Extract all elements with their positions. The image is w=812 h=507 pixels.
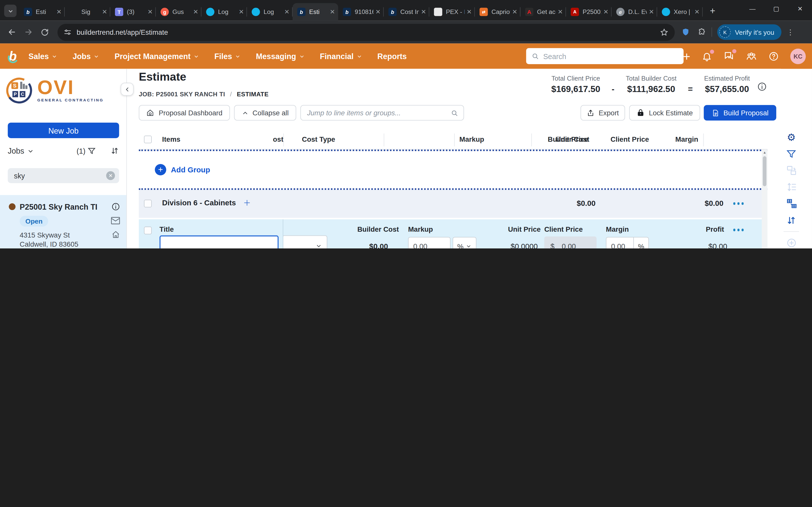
add-group-row[interactable]: + Add Group xyxy=(139,150,768,190)
profile-verify-button[interactable]: K Verify it's you xyxy=(717,24,781,40)
markup-input[interactable]: 0.00 xyxy=(408,237,450,248)
messages-icon[interactable] xyxy=(723,51,734,62)
tab-close-icon[interactable]: ✕ xyxy=(603,8,608,16)
nav-menu-files[interactable]: Files xyxy=(214,52,240,61)
info-icon[interactable] xyxy=(111,202,120,211)
title-input[interactable] xyxy=(160,235,278,248)
browser-tab-14[interactable]: eD.L. Eva✕ xyxy=(612,3,657,20)
browser-tab-2[interactable]: Sig✕ xyxy=(65,3,110,20)
tab-close-icon[interactable]: ✕ xyxy=(512,8,517,16)
tab-close-icon[interactable]: ✕ xyxy=(421,8,426,16)
tab-close-icon[interactable]: ✕ xyxy=(695,8,700,16)
extensions-puzzle-icon[interactable] xyxy=(698,27,706,37)
filter-icon[interactable] xyxy=(88,147,96,155)
browser-tab-13[interactable]: AP25001✕ xyxy=(566,3,612,20)
tab-close-icon[interactable]: ✕ xyxy=(148,8,153,16)
group-row-division-6[interactable]: Division 6 - Cabinets $0.00 $0.00 xyxy=(139,190,768,218)
row-checkbox[interactable] xyxy=(144,200,152,208)
browser-menu-icon[interactable]: ⋮ xyxy=(786,28,794,36)
site-info-icon[interactable] xyxy=(64,28,71,36)
tab-close-icon[interactable]: ✕ xyxy=(375,8,380,16)
tab-close-icon[interactable]: ✕ xyxy=(284,8,290,16)
reload-button[interactable] xyxy=(40,27,49,37)
tab-close-icon[interactable]: ✕ xyxy=(467,8,472,16)
sort-icon[interactable] xyxy=(110,147,119,155)
browser-tab-8[interactable]: b910816✕ xyxy=(338,3,384,20)
window-close-button[interactable]: ✕ xyxy=(788,0,812,17)
job-card[interactable]: P25001 Sky Ranch TI Open 4315 Skyway St … xyxy=(0,195,126,248)
contacts-icon[interactable] xyxy=(746,50,757,62)
user-avatar[interactable]: KC xyxy=(790,48,806,64)
nav-menu-jobs[interactable]: Jobs xyxy=(72,52,99,61)
browser-tab-11[interactable]: ⇄Capriott✕ xyxy=(475,3,520,20)
background-select-1[interactable] xyxy=(282,235,327,248)
header-info-icon[interactable] xyxy=(757,81,767,92)
address-bar[interactable]: buildertrend.net/app/Estimate xyxy=(58,23,675,41)
tab-close-icon[interactable]: ✕ xyxy=(649,8,654,16)
help-icon[interactable] xyxy=(769,51,779,61)
browser-tab-15[interactable]: Xero | In✕ xyxy=(657,3,703,20)
build-proposal-button[interactable]: Build Proposal xyxy=(704,105,776,120)
filter-icon[interactable] xyxy=(786,149,797,160)
nav-menu-reports[interactable]: Reports xyxy=(377,52,407,61)
tab-close-icon[interactable]: ✕ xyxy=(239,8,244,16)
vertical-scrollbar[interactable]: ▲ ▼ xyxy=(762,150,767,248)
browser-tab-9[interactable]: bCost Inb✕ xyxy=(384,3,429,20)
select-all-checkbox[interactable] xyxy=(144,135,152,144)
tab-close-icon[interactable]: ✕ xyxy=(102,8,107,16)
row-menu-icon[interactable] xyxy=(733,229,744,231)
quick-add-icon[interactable]: + xyxy=(683,50,691,62)
tab-close-icon[interactable]: ✕ xyxy=(56,8,62,16)
back-button[interactable] xyxy=(7,27,17,37)
sidebar-collapse-button[interactable] xyxy=(121,83,134,96)
browser-tab-7[interactable]: bEsti✕ xyxy=(293,3,338,20)
window-minimize-button[interactable]: — xyxy=(741,0,764,17)
browser-tab-12[interactable]: AGet acc✕ xyxy=(520,3,566,20)
scroll-up-arrow[interactable]: ▲ xyxy=(762,150,767,155)
vertical-scroll-thumb[interactable] xyxy=(763,156,766,186)
jump-to-line-items-input[interactable]: Jump to line items or groups... xyxy=(300,105,464,120)
buildertrend-logo[interactable]: b xyxy=(9,50,22,63)
url-text[interactable]: buildertrend.net/app/Estimate xyxy=(77,28,660,36)
browser-tab-5[interactable]: Log✕ xyxy=(201,3,247,20)
jobs-dropdown[interactable]: Jobs xyxy=(8,147,34,155)
add-circle-icon[interactable] xyxy=(786,237,797,248)
clear-search-icon[interactable]: ✕ xyxy=(106,171,115,180)
window-maximize-button[interactable]: ▢ xyxy=(764,0,788,17)
tab-search-button[interactable] xyxy=(4,5,16,17)
row-checkbox[interactable] xyxy=(144,227,152,234)
new-tab-button[interactable]: + xyxy=(706,4,719,17)
nav-menu-financial[interactable]: Financial xyxy=(320,52,362,61)
collapse-all-button[interactable]: Collapse all xyxy=(234,105,296,120)
nav-menu-project-management[interactable]: Project Management xyxy=(114,52,199,61)
settings-gear-icon[interactable]: ⚙ xyxy=(786,132,797,143)
breadcrumb-job[interactable]: JOB: P25001 SKY RANCH TI xyxy=(139,91,225,98)
nav-menu-messaging[interactable]: Messaging xyxy=(256,52,304,61)
browser-tab-10[interactable]: PEX - Fu✕ xyxy=(429,3,475,20)
add-line-item-icon[interactable] xyxy=(243,199,251,207)
split-table-icon[interactable] xyxy=(786,198,797,209)
export-button[interactable]: Export xyxy=(580,105,625,120)
markup-unit-select[interactable]: % xyxy=(453,237,476,248)
proposal-dashboard-button[interactable]: Proposal Dashboard xyxy=(139,105,230,120)
row-height-icon[interactable] xyxy=(786,181,797,192)
app-search-input[interactable]: Search xyxy=(526,48,683,64)
margin-input[interactable]: 0.00 xyxy=(606,237,634,248)
notifications-bell-icon[interactable] xyxy=(702,51,712,61)
mail-icon[interactable] xyxy=(111,217,120,225)
browser-tab-6[interactable]: Log✕ xyxy=(247,3,293,20)
tab-close-icon[interactable]: ✕ xyxy=(558,8,563,16)
row-menu-icon[interactable] xyxy=(733,202,744,205)
lock-estimate-button[interactable]: Lock Estimate xyxy=(629,105,700,120)
browser-tab-3[interactable]: T(3)✕ xyxy=(110,3,156,20)
sort-rows-icon[interactable] xyxy=(786,215,797,226)
duplicate-table-icon[interactable] xyxy=(786,165,797,176)
tab-close-icon[interactable]: ✕ xyxy=(330,8,335,16)
nav-menu-sales[interactable]: Sales xyxy=(29,52,57,61)
job-search-input[interactable]: sky ✕ xyxy=(8,168,119,183)
adblock-shield-icon[interactable] xyxy=(681,27,691,37)
bookmark-star-icon[interactable] xyxy=(660,27,669,37)
browser-tab-1[interactable]: bEsti✕ xyxy=(19,3,65,20)
new-job-button[interactable]: New Job xyxy=(8,123,119,138)
home-icon[interactable] xyxy=(111,230,120,239)
